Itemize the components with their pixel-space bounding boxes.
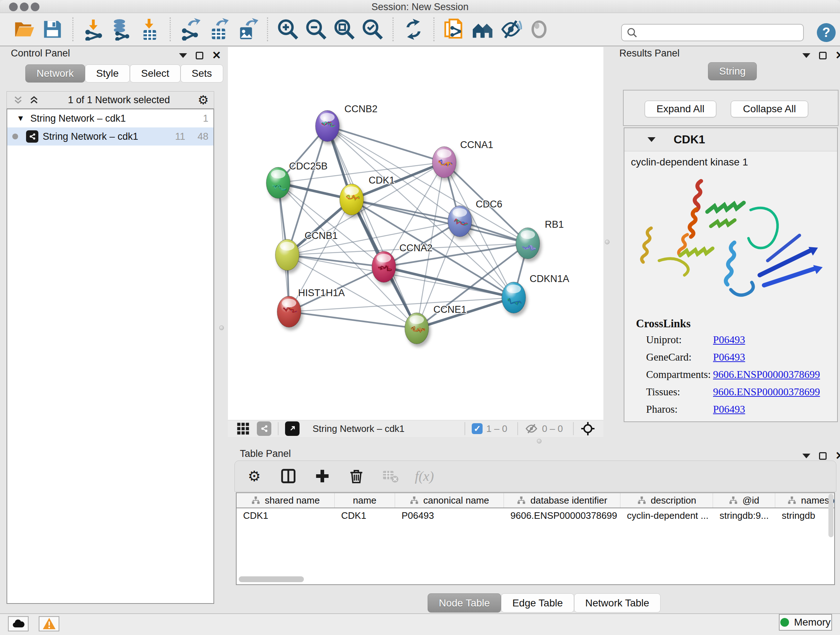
results-panel-menu-icon[interactable] — [802, 53, 810, 58]
refresh-layout-icon[interactable] — [399, 16, 428, 43]
control-panel-close-icon[interactable]: ✕ — [212, 50, 221, 61]
import-table-icon[interactable] — [136, 16, 164, 43]
grid-view-icon[interactable] — [236, 421, 250, 436]
delete-table-icon[interactable] — [379, 465, 401, 487]
show-all-eye-icon[interactable] — [525, 16, 553, 43]
table-vertical-scrollbar[interactable] — [829, 494, 834, 537]
copy-network-icon[interactable] — [440, 16, 469, 43]
import-network-database-icon[interactable] — [107, 16, 136, 43]
function-builder-icon[interactable]: f(x) — [414, 465, 435, 487]
help-button[interactable]: ? — [817, 23, 836, 42]
results-panel-float-icon[interactable] — [819, 52, 827, 59]
edge-CCNB2-RB1[interactable] — [327, 126, 528, 243]
search-input[interactable] — [621, 24, 804, 41]
expand-all-icon[interactable] — [28, 94, 40, 106]
table-options-gear-icon[interactable]: ⚙ — [243, 465, 265, 487]
table-panel-menu-icon[interactable] — [802, 454, 810, 458]
cdk1-expander-icon[interactable] — [647, 137, 655, 142]
right-splitter-handle[interactable] — [605, 240, 609, 244]
tab-style[interactable]: Style — [85, 65, 130, 82]
network-overview-icon[interactable] — [469, 16, 497, 43]
table-panel-tabs: Node TableEdge TableNetwork Table — [428, 593, 660, 613]
node-CCNA1[interactable]: CCNA1 — [432, 139, 493, 178]
hide-selected-eye-icon[interactable] — [497, 16, 525, 43]
collection-expander-icon[interactable]: ▼ — [17, 114, 25, 123]
cloud-status-button[interactable] — [8, 616, 28, 631]
table-cell[interactable]: stringdb:9... — [713, 508, 775, 523]
column-header-database-identifier[interactable]: database identifier — [504, 493, 621, 508]
left-splitter-handle[interactable] — [219, 325, 224, 330]
column-header--id[interactable]: @id — [713, 493, 775, 508]
add-column-icon[interactable] — [311, 465, 333, 487]
table-cell[interactable]: stringdb — [775, 508, 835, 523]
tab-sets[interactable]: Sets — [180, 65, 223, 82]
crosslink-link[interactable]: 9606.ENSP00000378699 — [713, 386, 820, 398]
export-network-icon[interactable] — [177, 16, 205, 43]
warnings-button[interactable] — [39, 616, 59, 631]
network-collection-row[interactable]: ▼ String Network – cdk1 1 — [7, 109, 213, 127]
column-header-namespace[interactable]: namespace — [775, 493, 835, 508]
tab-network-table[interactable]: Network Table — [574, 593, 660, 613]
table-panel-float-icon[interactable] — [819, 452, 827, 460]
zoom-fit-icon[interactable] — [330, 16, 358, 43]
show-columns-icon[interactable] — [278, 465, 299, 487]
collapse-all-icon[interactable] — [12, 94, 24, 106]
hidden-eye-icon[interactable] — [524, 422, 538, 435]
node-CDKN1A[interactable]: CDKN1A — [502, 273, 569, 313]
tab-network[interactable]: Network — [25, 65, 85, 82]
tab-node-table[interactable]: Node Table — [428, 593, 501, 613]
export-table-icon[interactable] — [205, 16, 233, 43]
node-CCNB2[interactable]: CCNB2 — [316, 103, 378, 141]
table-cell[interactable]: CDK1 — [335, 508, 395, 523]
zoom-out-icon[interactable] — [302, 16, 330, 43]
crosslink-link[interactable]: P06493 — [713, 351, 745, 363]
crosslink-link[interactable]: P06493 — [713, 334, 745, 346]
zoom-selected-icon[interactable] — [358, 16, 387, 43]
string-network-graph[interactable]: CCNB2CCNA1CDC25BCDK1CDC6RB1CCNB1CCNA2CDK… — [228, 47, 603, 420]
node-CCNE1[interactable]: CCNE1 — [405, 304, 467, 344]
network-share-view-icon[interactable] — [257, 421, 271, 436]
table-panel-close-icon[interactable]: ✕ — [835, 450, 840, 461]
delete-column-trash-icon[interactable] — [346, 465, 367, 487]
export-image-icon[interactable] — [233, 16, 261, 43]
table-row[interactable]: CDK1CDK1P064939606.ENSP00000378699cyclin… — [237, 508, 834, 523]
open-session-icon[interactable] — [10, 16, 38, 43]
column-header-shared-name[interactable]: shared name — [237, 493, 335, 508]
crosslink-link[interactable]: P06493 — [713, 403, 745, 415]
tab-select[interactable]: Select — [130, 65, 180, 82]
table-cell[interactable]: CDK1 — [237, 508, 335, 523]
column-header-name[interactable]: name — [335, 493, 395, 508]
network-row[interactable]: String Network – cdk1 11 48 — [7, 127, 213, 146]
table-horizontal-scrollbar[interactable] — [239, 576, 304, 582]
memory-button[interactable]: Memory — [779, 614, 832, 631]
results-panel-close-icon[interactable]: ✕ — [835, 50, 840, 61]
network-canvas[interactable]: CCNB2CCNA1CDC25BCDK1CDC6RB1CCNB1CCNA2CDK… — [228, 47, 603, 420]
control-panel-menu-icon[interactable] — [179, 53, 187, 58]
expand-all-button[interactable]: Expand All — [645, 101, 716, 117]
edge-CCNB1-CCNA2[interactable] — [287, 255, 384, 267]
table-cell[interactable]: cyclin-dependent ... — [621, 508, 713, 523]
network-options-gear-icon[interactable]: ⚙ — [198, 93, 209, 107]
column-header-canonical-name[interactable]: canonical name — [395, 493, 504, 508]
zoom-in-icon[interactable] — [274, 16, 302, 43]
selected-nodes-checkbox[interactable]: ✓ — [472, 423, 483, 434]
edge-CCNB2-CCNA1[interactable] — [327, 126, 444, 162]
collapse-all-button[interactable]: Collapse All — [731, 101, 808, 117]
cdk1-section-header[interactable]: CDK1 — [624, 128, 837, 151]
tab-string[interactable]: String — [708, 62, 757, 80]
crosslink-link[interactable]: 9606.ENSP00000378699 — [713, 369, 820, 380]
table-cell[interactable]: 9606.ENSP00000378699 — [504, 508, 621, 523]
save-session-icon[interactable] — [38, 16, 66, 43]
edge-CCNA2-CDKN1A[interactable] — [384, 267, 514, 298]
tab-edge-table[interactable]: Edge Table — [501, 593, 574, 613]
detach-view-icon[interactable] — [285, 421, 300, 436]
node-RB1[interactable]: RB1 — [516, 219, 564, 259]
table-cell[interactable]: P06493 — [395, 508, 504, 523]
node-table[interactable]: shared namenamecanonical namedatabase id… — [236, 492, 835, 585]
edge-HIST1H1A-CCNE1[interactable] — [289, 312, 417, 328]
fit-selected-crosshair-icon[interactable] — [580, 421, 595, 436]
control-panel-float-icon[interactable] — [196, 52, 203, 59]
import-network-file-icon[interactable] — [79, 16, 107, 43]
bottom-splitter-handle[interactable] — [537, 439, 542, 443]
column-header-description[interactable]: description — [621, 493, 713, 508]
